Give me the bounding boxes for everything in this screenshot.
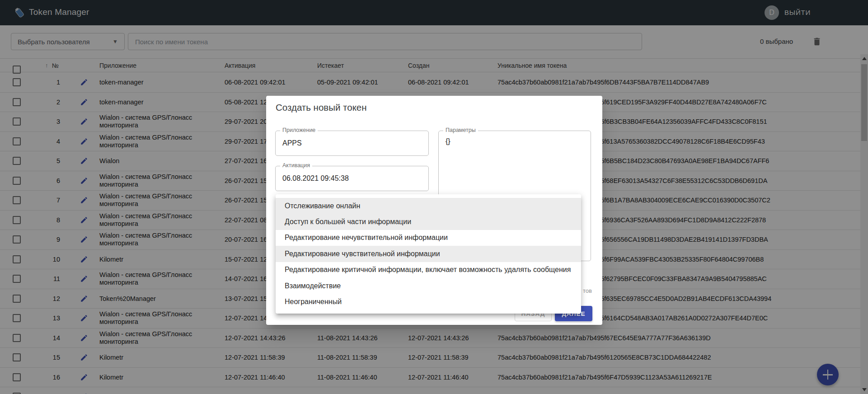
activation-field-label: Активация: [280, 162, 312, 169]
parameters-field-value: {}: [446, 137, 450, 145]
dropdown-option[interactable]: Редактирование чувствительной информации: [276, 246, 581, 262]
partially-hidden-label: тов: [583, 287, 592, 294]
activation-field[interactable]: Активация 06.08.2021 09:45:38: [275, 166, 429, 191]
dialog-title: Создать новый токен: [276, 102, 367, 113]
dropdown-option[interactable]: Неограниченный: [276, 294, 581, 310]
permissions-dropdown-menu: Отслеживание онлайнДоступ к большей част…: [276, 194, 581, 314]
dropdown-option[interactable]: Доступ к большей части информации: [276, 214, 581, 230]
dropdown-option[interactable]: Отслеживание онлайн: [276, 198, 581, 214]
parameters-field-label: Параметры: [443, 127, 478, 133]
app-window: Token Manager D ВЫЙТИ Выбрать пользовате…: [0, 0, 868, 394]
activation-field-value: 06.08.2021 09:45:38: [282, 174, 349, 183]
dropdown-option[interactable]: Взаимодействие: [276, 278, 581, 294]
application-field-value: APPS: [282, 139, 302, 147]
application-field-label: Приложение: [280, 127, 318, 133]
dropdown-option[interactable]: Редактирование нечувствительной информац…: [276, 230, 581, 246]
dropdown-option[interactable]: Редактирование критичной информации, вкл…: [276, 262, 581, 278]
application-field[interactable]: Приложение APPS: [275, 131, 429, 156]
